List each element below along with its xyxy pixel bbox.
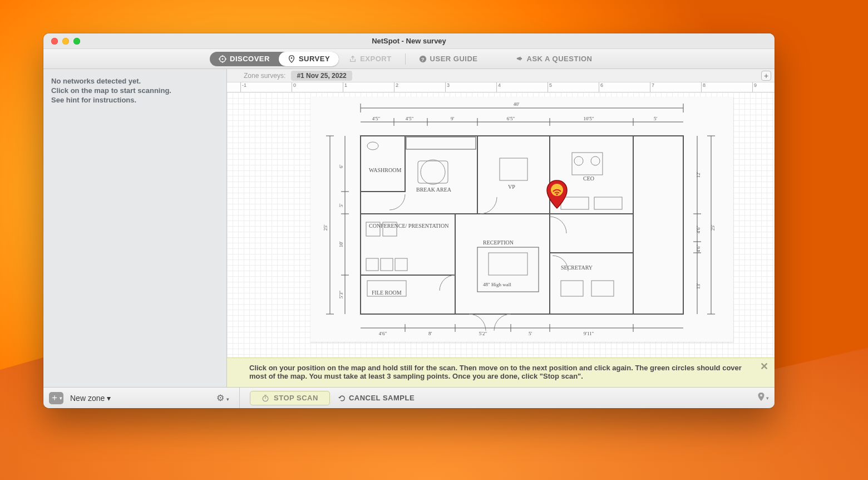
sidebar: No networks detected yet. Click on the m… (43, 69, 227, 387)
svg-rect-34 (395, 258, 407, 271)
ruler-tick: 1 (343, 82, 347, 92)
svg-text:10': 10' (338, 241, 344, 247)
ask-question-label: ASK A QUESTION (527, 55, 593, 63)
svg-text:4'6": 4'6" (696, 244, 701, 253)
svg-text:5'2": 5'2" (479, 331, 487, 336)
svg-text:9': 9' (451, 116, 455, 121)
svg-text:5': 5' (654, 116, 658, 121)
svg-text:4'5": 4'5" (406, 116, 414, 121)
ruler-tick: 0 (292, 82, 296, 92)
app-window: NetSpot - New survey DISCOVER SURVEY (43, 33, 775, 408)
survey-tab[interactable]: SURVEY (279, 52, 339, 66)
fullscreen-window-button[interactable] (73, 38, 80, 45)
footer-main: STOP SCAN CANCEL SAMPLE ▾ (246, 391, 769, 405)
stop-scan-label: STOP SCAN (274, 394, 318, 402)
zone-survey-chip-text: #1 Nov 25, 2022 (297, 72, 346, 80)
toolbar: DISCOVER SURVEY EXPORT ? (43, 49, 775, 69)
room-reception: RECEPTION (483, 239, 514, 246)
horizontal-ruler: -10123456789 (227, 82, 775, 92)
help-icon: ? (419, 55, 427, 63)
svg-text:5': 5' (529, 331, 532, 336)
main-panel: Zone surveys: #1 Nov 25, 2022 + -1012345… (227, 69, 775, 387)
zone-survey-chip[interactable]: #1 Nov 25, 2022 (291, 71, 352, 81)
svg-text:6'5": 6'5" (507, 116, 515, 121)
svg-rect-27 (572, 153, 603, 175)
room-washroom: WASHROOM (369, 167, 401, 173)
ask-question-button[interactable]: ASK A QUESTION (516, 55, 593, 63)
footer-left: ＋ ▾ New zone ▾ ⚙ ▾ (49, 392, 233, 404)
svg-text:12': 12' (696, 172, 701, 178)
svg-text:4'6": 4'6" (696, 226, 701, 234)
add-button[interactable]: ＋ ▾ (49, 392, 63, 404)
titlebar: NetSpot - New survey (43, 33, 775, 49)
ruler-tick: 6 (599, 82, 603, 92)
new-zone-label: New zone ▾ (70, 394, 111, 403)
svg-text:5': 5' (338, 204, 344, 208)
svg-text:?: ? (421, 56, 424, 62)
svg-rect-29 (594, 197, 622, 209)
ruler-tick: 8 (701, 82, 706, 92)
room-fileroom: FILE ROOM (372, 290, 402, 296)
sidebar-msg-2: Click on the map to start scanning. (51, 86, 219, 96)
hint-banner: Click on your position on the map and ho… (227, 357, 775, 387)
zone-surveys-bar: Zone surveys: #1 Nov 25, 2022 + (227, 69, 775, 82)
room-vp: VP (508, 184, 515, 190)
svg-text:10'5": 10'5" (584, 116, 594, 121)
svg-rect-25 (418, 161, 448, 183)
cancel-sample-button[interactable]: CANCEL SAMPLE (338, 394, 415, 402)
ruler-tick: 2 (394, 82, 398, 92)
ruler-tick: 4 (496, 82, 501, 92)
new-zone-dropdown[interactable]: New zone ▾ (70, 394, 111, 403)
svg-rect-14 (477, 136, 550, 214)
svg-point-40 (591, 156, 600, 165)
stop-scan-button[interactable]: STOP SCAN (250, 391, 330, 405)
svg-rect-32 (366, 258, 378, 271)
svg-text:8': 8' (428, 331, 432, 336)
svg-text:9'11": 9'11" (584, 331, 594, 336)
svg-point-98 (760, 394, 762, 396)
map-canvas[interactable]: WASHROOM BREAK AREA VP CEO CONFERENCE/ P… (227, 92, 775, 387)
pin-icon (288, 55, 295, 63)
window-title: NetSpot - New survey (43, 37, 775, 45)
cancel-sample-label: CANCEL SAMPLE (349, 394, 415, 402)
pin-small-icon (757, 392, 765, 404)
svg-rect-23 (633, 136, 683, 314)
svg-rect-36 (489, 253, 527, 275)
room-break: BREAK AREA (416, 187, 452, 193)
pin-options-button[interactable]: ▾ (757, 392, 769, 404)
gear-icon: ⚙ (216, 393, 224, 403)
body: No networks detected yet. Click on the m… (43, 69, 775, 387)
hint-close-button[interactable]: ✕ (759, 361, 769, 371)
settings-button[interactable]: ⚙ ▾ (216, 393, 233, 403)
discover-label: DISCOVER (230, 55, 270, 63)
add-button-caret: ▾ (60, 395, 62, 401)
export-button: EXPORT (349, 55, 391, 63)
svg-rect-28 (561, 197, 589, 209)
desktop-background: NetSpot - New survey DISCOVER SURVEY (0, 0, 868, 480)
svg-rect-26 (500, 158, 527, 180)
svg-point-24 (421, 160, 445, 184)
minimize-window-button[interactable] (62, 38, 69, 45)
note-wall: 48" High wall (483, 282, 511, 287)
footer-divider (239, 388, 240, 408)
ruler-tick: 5 (548, 82, 552, 92)
svg-text:4'5": 4'5" (372, 116, 381, 121)
sidebar-msg-1: No networks detected yet. (51, 77, 219, 86)
svg-point-1 (222, 58, 224, 60)
export-icon (349, 55, 357, 63)
ruler-tick: -1 (240, 82, 246, 92)
svg-point-39 (574, 156, 583, 165)
window-controls (51, 38, 80, 45)
export-label: EXPORT (360, 55, 391, 63)
discover-tab[interactable]: DISCOVER (210, 52, 279, 66)
ruler-tick: 9 (752, 82, 757, 92)
svg-rect-10 (361, 136, 405, 192)
svg-text:6': 6' (338, 165, 344, 169)
svg-rect-13 (406, 137, 476, 149)
close-window-button[interactable] (51, 38, 58, 45)
add-zone-survey-button[interactable]: + (761, 71, 771, 81)
footer: ＋ ▾ New zone ▾ ⚙ ▾ STOP SCAN (43, 387, 775, 408)
user-guide-button[interactable]: ? USER GUIDE (419, 55, 478, 63)
svg-text:13': 13' (696, 283, 701, 289)
megaphone-icon (516, 55, 524, 63)
